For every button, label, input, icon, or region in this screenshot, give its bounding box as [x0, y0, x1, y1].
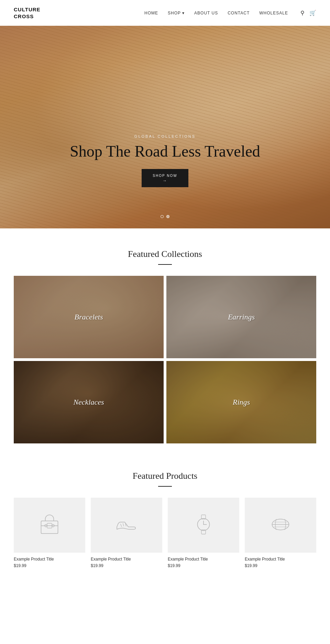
- product-card-3[interactable]: Example Product Title $19.99: [168, 498, 239, 568]
- main-nav: HOME SHOP ▾ ABOUT US CONTACT WHOLESALE ⚲…: [144, 10, 316, 16]
- featured-products-section: Featured Products Example Product Title: [0, 464, 330, 589]
- hero-section: GLOBAL COLLECTIONS Shop The Road Less Tr…: [0, 26, 330, 228]
- featured-collections-section: Featured Collections Bracelets Earrings …: [0, 228, 330, 464]
- rings-label: Rings: [233, 398, 250, 407]
- earrings-label: Earrings: [228, 313, 255, 321]
- hero-overlay: [0, 26, 330, 228]
- collections-grid: Bracelets Earrings Necklaces Rings: [14, 276, 316, 443]
- necklaces-overlay: Necklaces: [14, 361, 164, 443]
- product-image-1: [14, 498, 85, 553]
- collection-necklaces[interactable]: Necklaces: [14, 361, 164, 443]
- collection-bracelets[interactable]: Bracelets: [14, 276, 164, 358]
- hero-cta-button[interactable]: SHOP NOW →: [142, 169, 188, 187]
- product-price-1: $19.99: [14, 563, 85, 568]
- collection-earrings[interactable]: Earrings: [166, 276, 316, 358]
- hero-dot-2[interactable]: [166, 215, 169, 218]
- product-image-3: [168, 498, 239, 553]
- product-title-2: Example Product Title: [91, 557, 162, 562]
- hero-pagination: [0, 215, 330, 218]
- bracelets-overlay: Bracelets: [14, 276, 164, 358]
- hero-title: Shop The Road Less Traveled: [0, 143, 330, 161]
- product-price-2: $19.99: [91, 563, 162, 568]
- products-header: Featured Products: [14, 471, 316, 487]
- user-icon[interactable]: ⚲: [300, 10, 305, 16]
- shoe-icon: [114, 512, 139, 538]
- nav-about[interactable]: ABOUT US: [194, 11, 218, 15]
- hero-dot-1[interactable]: [161, 215, 164, 218]
- nav-shop[interactable]: SHOP ▾: [168, 11, 185, 15]
- rings-overlay: Rings: [166, 361, 316, 443]
- collections-divider: [158, 264, 172, 265]
- nav-contact[interactable]: CONTACT: [228, 11, 250, 15]
- product-price-4: $19.99: [245, 563, 316, 568]
- chevron-down-icon: ▾: [182, 11, 185, 15]
- bracelets-label: Bracelets: [74, 313, 103, 321]
- nav-home[interactable]: HOME: [144, 11, 158, 15]
- products-title: Featured Products: [14, 471, 316, 481]
- watch-icon: [191, 512, 216, 538]
- nav-icon-group: ⚲ 🛒: [300, 10, 316, 16]
- product-title-4: Example Product Title: [245, 557, 316, 562]
- product-card-1[interactable]: Example Product Title $19.99: [14, 498, 85, 568]
- nav-wholesale[interactable]: WHOLESALE: [259, 11, 288, 15]
- bag-icon: [37, 512, 62, 538]
- products-grid: Example Product Title $19.99 Example Pro…: [14, 498, 316, 568]
- product-price-3: $19.99: [168, 563, 239, 568]
- site-header: CULTURE CROSS HOME SHOP ▾ ABOUT US CONTA…: [0, 0, 330, 26]
- earrings-overlay: Earrings: [166, 276, 316, 358]
- hero-subtitle: GLOBAL COLLECTIONS: [0, 134, 330, 138]
- product-card-4[interactable]: Example Product Title $19.99: [245, 498, 316, 568]
- products-divider: [158, 486, 172, 487]
- cart-icon[interactable]: 🛒: [309, 10, 316, 16]
- product-image-4: [245, 498, 316, 553]
- collection-rings[interactable]: Rings: [166, 361, 316, 443]
- arrow-icon: →: [153, 178, 177, 183]
- hero-content: GLOBAL COLLECTIONS Shop The Road Less Tr…: [0, 134, 330, 187]
- product-title-1: Example Product Title: [14, 557, 85, 562]
- collections-title: Featured Collections: [14, 249, 316, 259]
- site-logo[interactable]: CULTURE CROSS: [14, 6, 41, 20]
- ball-icon: [268, 512, 293, 538]
- product-title-3: Example Product Title: [168, 557, 239, 562]
- necklaces-label: Necklaces: [73, 398, 104, 407]
- product-card-2[interactable]: Example Product Title $19.99: [91, 498, 162, 568]
- svg-rect-0: [41, 521, 58, 534]
- product-image-2: [91, 498, 162, 553]
- collections-header: Featured Collections: [14, 249, 316, 265]
